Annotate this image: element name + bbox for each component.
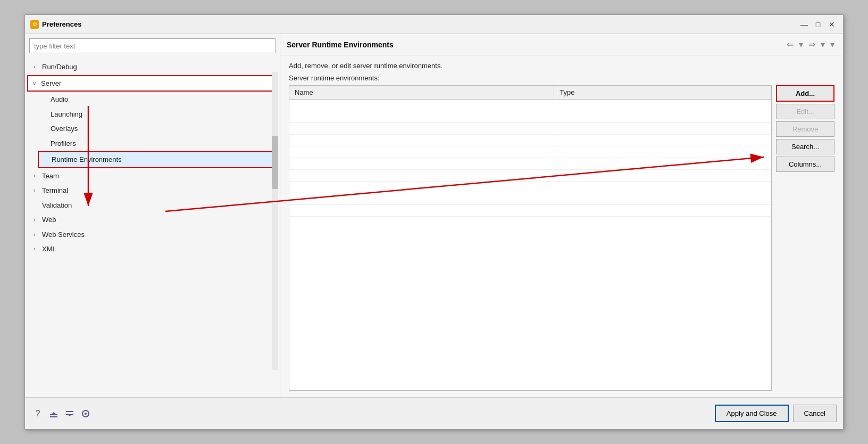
tree-item-label: Web Services (42, 229, 85, 240)
content-area: › Run/Debug ∨ Server Audio (25, 34, 843, 397)
col-name-header: Name (289, 86, 554, 99)
search-button[interactable]: Search... (776, 139, 834, 154)
chevron-right-icon: › (34, 245, 40, 253)
table-row (289, 205, 771, 217)
table-row (289, 182, 771, 193)
apply-close-button[interactable]: Apply and Close (715, 405, 789, 422)
table-row (289, 170, 771, 182)
tree-item-label: Terminal (42, 185, 68, 196)
maximize-button[interactable]: □ (812, 19, 824, 30)
table-row (289, 100, 771, 111)
search-input[interactable] (29, 38, 276, 53)
tree-item-server[interactable]: ∨ Server (28, 76, 277, 91)
svg-rect-0 (50, 414, 57, 415)
refresh-icon[interactable] (79, 407, 92, 420)
tree-item-audio[interactable]: Audio (25, 92, 280, 107)
tree-item-web[interactable]: › Web (25, 212, 280, 227)
svg-rect-2 (50, 416, 57, 417)
tree-item-launching[interactable]: Launching (25, 107, 280, 122)
tree-item-label: Server (41, 78, 61, 89)
tree-item-label: Overlays (51, 124, 78, 134)
left-panel: › Run/Debug ∨ Server Audio (25, 34, 280, 397)
minimize-button[interactable]: — (798, 19, 810, 30)
tree-item-web-services[interactable]: › Web Services (25, 227, 280, 242)
footer: ? (25, 397, 843, 429)
nav-back-dropdown[interactable]: ▾ (797, 38, 805, 51)
footer-icons: ? (31, 407, 92, 420)
table-row (289, 146, 771, 158)
sub-label: Server runtime environments: (289, 74, 834, 82)
right-panel: Server Runtime Environments ⇐ ▾ ⇒ ▾ ▾ Ad… (280, 34, 843, 397)
nav-arrows: ⇐ ▾ ⇒ ▾ ▾ (784, 38, 837, 51)
tree-item-label: XML (42, 244, 56, 254)
table-row (289, 135, 771, 146)
chevron-right-icon: › (34, 186, 40, 194)
remove-button[interactable]: Remove (776, 121, 834, 137)
table-row (289, 193, 771, 205)
close-button[interactable]: ✕ (826, 19, 838, 30)
chevron-down-icon: ∨ (32, 79, 39, 87)
tree-item-label: Runtime Environments (52, 154, 122, 165)
window-controls: — □ ✕ (798, 19, 838, 30)
title-bar: ⚙ Preferences — □ ✕ (25, 15, 843, 34)
right-header: Server Runtime Environments ⇐ ▾ ⇒ ▾ ▾ (280, 34, 843, 55)
table-row (289, 123, 771, 135)
right-content: Add, remove, or edit server runtime envi… (280, 55, 843, 397)
description-text: Add, remove, or edit server runtime envi… (289, 62, 834, 70)
table-body (289, 100, 771, 390)
nav-menu-dropdown[interactable]: ▾ (828, 38, 837, 51)
chevron-right-icon: › (34, 216, 40, 224)
table-header: Name Type (289, 86, 771, 100)
cancel-button[interactable]: Cancel (793, 405, 837, 422)
import-icon[interactable] (47, 407, 60, 420)
table-row (289, 111, 771, 123)
add-button[interactable]: Add... (776, 85, 834, 102)
table-row (289, 158, 771, 170)
tree-item-label: Web (42, 215, 56, 225)
tree-item-overlays[interactable]: Overlays (25, 121, 280, 136)
tree-item-run-debug[interactable]: › Run/Debug (25, 60, 280, 75)
footer-actions: Apply and Close Cancel (715, 405, 837, 422)
chevron-right-icon: › (34, 63, 40, 71)
tree-item-profilers[interactable]: Profilers (25, 136, 280, 151)
table-and-buttons: Name Type (289, 85, 834, 391)
app-icon: ⚙ (30, 20, 39, 29)
tree-item-xml[interactable]: › XML (25, 242, 280, 257)
environments-table: Name Type (289, 85, 772, 391)
tree-area: › Run/Debug ∨ Server Audio (25, 57, 280, 397)
tree-item-label: Validation (42, 200, 72, 211)
tree-item-terminal[interactable]: › Terminal (25, 183, 280, 198)
tree-item-label: Audio (51, 94, 68, 105)
tree-item-label: Launching (51, 109, 82, 120)
tree-item-runtime-environments[interactable]: Runtime Environments (39, 152, 277, 167)
panel-title: Server Runtime Environments (287, 40, 394, 49)
right-buttons: Add... Edit... Remove Search... Columns.… (772, 85, 834, 391)
nav-back-button[interactable]: ⇐ (784, 38, 796, 51)
columns-button[interactable]: Columns... (776, 157, 834, 172)
col-type-header: Type (554, 86, 771, 99)
svg-rect-5 (66, 411, 73, 412)
svg-marker-1 (52, 412, 56, 414)
nav-fwd-dropdown[interactable]: ▾ (819, 38, 827, 51)
svg-point-7 (85, 413, 87, 415)
tree-item-label: Team (42, 171, 59, 182)
tree-item-validation[interactable]: Validation (25, 198, 280, 213)
edit-button[interactable]: Edit... (776, 104, 834, 119)
nav-fwd-button[interactable]: ⇒ (806, 38, 817, 51)
chevron-right-icon: › (34, 172, 40, 180)
tree-item-label: Run/Debug (42, 62, 77, 72)
help-icon[interactable]: ? (31, 407, 44, 420)
tree-item-label: Profilers (51, 138, 76, 149)
tree-item-team[interactable]: › Team (25, 169, 280, 184)
window-title: Preferences (42, 20, 81, 28)
export-icon[interactable] (63, 407, 76, 420)
chevron-right-icon: › (34, 231, 40, 239)
